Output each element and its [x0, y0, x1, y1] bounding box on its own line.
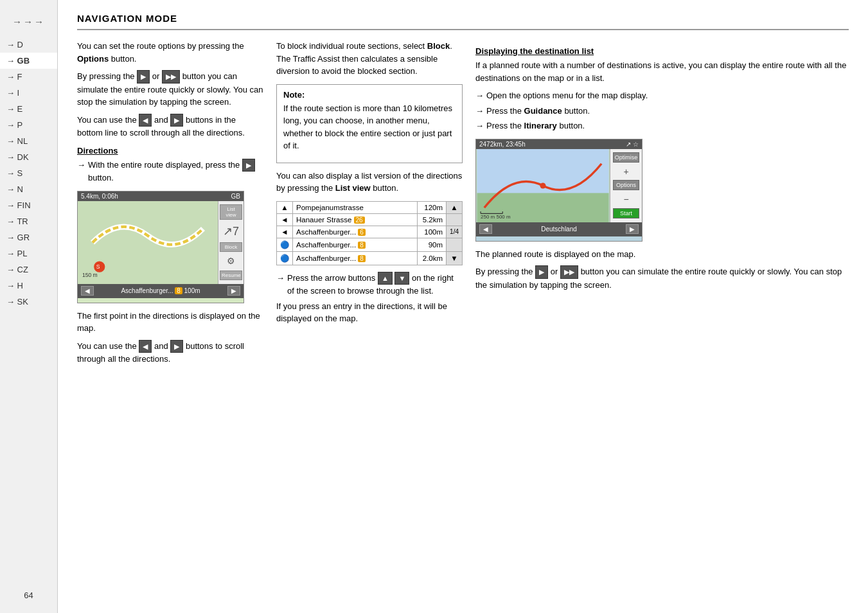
route-table: ▲ Pompejanumstrasse 120m ▲ ◄ Hanauer Str…	[276, 201, 463, 265]
sidebar-item-sk[interactable]: → SK	[0, 294, 57, 310]
para-scroll: You can use the ◀ and ▶ buttons in the b…	[77, 114, 263, 139]
sidebar-item-i[interactable]: → I	[0, 85, 57, 101]
back-btn-1[interactable]: ◀	[139, 114, 152, 127]
map-right-buttons: List view ↗7 Block ⚙ Resume	[218, 201, 244, 284]
route-row-5: 🔵 Aschaffenburger... 8 2.0km ▼	[277, 251, 463, 265]
route-dist-3: 100m	[418, 226, 447, 238]
para-block: To block individual route sections, sele…	[276, 40, 463, 78]
route-icon-4: 🔵	[277, 238, 293, 251]
section-dest-list: Displaying the destination list	[475, 46, 849, 56]
fwd-btn-1[interactable]: ▶	[170, 114, 183, 127]
settings-icon: ⚙	[220, 256, 242, 266]
sidebar-items: → D → GB → F → I → E → P → NL → DK → S →…	[0, 37, 57, 310]
sidebar-item-dk[interactable]: → DK	[0, 149, 57, 165]
sidebar-item-e[interactable]: → E	[0, 101, 57, 117]
sidebar-item-tr[interactable]: → TR	[0, 213, 57, 229]
arrow-open-options: → Open the options menu for the map disp…	[475, 89, 849, 102]
nav-map-info: 2472km, 23:45h	[479, 141, 526, 148]
route-dist-5: 2.0km	[418, 251, 447, 265]
map-topbar: 5.4km, 0:06h GB	[78, 191, 244, 201]
minus-icon: −	[623, 194, 628, 204]
plus-icon: +	[623, 166, 628, 177]
route-dist-4: 90m	[418, 238, 447, 251]
route-street-2[interactable]: Hanauer Strasse 26	[293, 213, 418, 226]
map-country: GB	[231, 193, 240, 200]
badge-26: 26	[354, 217, 365, 224]
main-content: NAVIGATION MODE You can set the route op…	[58, 0, 868, 613]
svg-text:S: S	[96, 263, 100, 270]
forward-fast-btn[interactable]: ▶▶	[162, 70, 180, 84]
map-screenshot: 5.4km, 0:06h GB S 150 m	[77, 191, 244, 303]
play-btn-inline[interactable]: ▶	[242, 159, 255, 172]
route-icon-2: ◄	[277, 213, 293, 226]
scroll-up-btn[interactable]: ▲	[447, 201, 463, 213]
back-map-btn[interactable]: ◀	[81, 286, 94, 296]
fwd-fast-btn-right[interactable]: ▶▶	[560, 265, 578, 279]
sidebar-item-n[interactable]: → N	[0, 181, 57, 197]
options-btn[interactable]: Options	[613, 180, 639, 190]
badge-6: 6	[358, 229, 366, 236]
route-row-4: 🔵 Aschaffenburger... 8 90m	[277, 238, 463, 251]
col-middle: To block individual route sections, sele…	[276, 40, 463, 371]
route-row-3: ◄ Aschaffenburger... 6 100m 1/4	[277, 226, 463, 238]
fwd-btn-2[interactable]: ▶	[170, 340, 183, 353]
resume-btn[interactable]: Resume	[220, 271, 242, 280]
route-street-4[interactable]: Aschaffenburger... 8	[293, 238, 418, 251]
sidebar-item-pl[interactable]: → PL	[0, 245, 57, 262]
list-view-bold: List view	[335, 183, 371, 193]
nav-country-label: Deutschland	[541, 226, 577, 233]
start-btn[interactable]: Start	[613, 208, 639, 218]
route-frac-1	[447, 213, 463, 226]
sidebar-item-fin[interactable]: → FIN	[0, 197, 57, 213]
sidebar-item-s[interactable]: → S	[0, 165, 57, 181]
back-btn-2[interactable]: ◀	[139, 340, 152, 353]
nav-back-btn[interactable]: ◀	[479, 224, 492, 234]
nav-map-body: 250 m 500 m Optimise + Options − Star	[476, 149, 642, 222]
sidebar-item-h[interactable]: → H	[0, 278, 57, 294]
forward-btn[interactable]: ▶	[137, 70, 150, 84]
para-simulate: By pressing the ▶ or ▶▶ button you can s…	[77, 70, 263, 109]
para-scroll2: You can use the ◀ and ▶ buttons to scrol…	[77, 340, 263, 366]
route-street-1[interactable]: Pompejanumstrasse	[293, 201, 418, 213]
block-btn[interactable]: Block	[220, 242, 242, 252]
sidebar-item-gb[interactable]: → GB	[0, 53, 57, 69]
route-street-3[interactable]: Aschaffenburger... 6	[293, 226, 418, 238]
col-left: You can set the route options by pressin…	[77, 40, 263, 371]
route-street-5[interactable]: Aschaffenburger... 8	[293, 251, 418, 265]
direction-icon: ↗7	[220, 224, 242, 238]
street-badge: 8	[175, 287, 182, 294]
down-btn[interactable]: ▼	[394, 272, 409, 285]
scroll-down-btn[interactable]: ▼	[447, 251, 463, 265]
sidebar-item-d[interactable]: → D	[0, 37, 57, 53]
note-title: Note:	[283, 90, 456, 100]
arrow-guidance: → Press the Guidance button.	[475, 105, 849, 118]
nav-map-bottombar: ◀ Deutschland ▶	[476, 222, 642, 236]
fwd-btn-right[interactable]: ▶	[535, 265, 548, 279]
route-row-1: ▲ Pompejanumstrasse 120m ▲	[277, 201, 463, 213]
sidebar-item-gr[interactable]: → GR	[0, 229, 57, 245]
route-frac-2: 1/4	[447, 226, 463, 238]
note-text: If the route section is more than 10 kil…	[283, 102, 456, 152]
route-row-2: ◄ Hanauer Strasse 26 5.2km	[277, 213, 463, 226]
list-view-btn[interactable]: List view	[220, 204, 242, 220]
sidebar-header: →→→	[0, 6, 57, 37]
sidebar-item-f[interactable]: → F	[0, 69, 57, 85]
page-title: NAVIGATION MODE	[77, 13, 177, 24]
nav-map-topbar: 2472km, 23:45h ↗ ☆	[476, 139, 642, 149]
route-frac-3	[447, 238, 463, 251]
sidebar-item-nl[interactable]: → NL	[0, 133, 57, 149]
badge-8a: 8	[358, 242, 366, 249]
para-list-view: You can also display a list version of t…	[276, 170, 463, 195]
sidebar-item-cz[interactable]: → CZ	[0, 262, 57, 278]
sidebar-item-p[interactable]: → P	[0, 117, 57, 133]
guidance-bold: Guidance	[524, 106, 562, 116]
map-body: S 150 m List view ↗7 Block ⚙ Resume	[78, 201, 244, 284]
optimise-btn[interactable]: Optimise	[613, 152, 639, 163]
up-btn[interactable]: ▲	[378, 272, 393, 285]
svg-point-6	[540, 182, 545, 188]
nav-map-area: 250 m 500 m	[476, 149, 610, 222]
nav-fwd-btn[interactable]: ▶	[626, 224, 639, 234]
fwd-map-btn[interactable]: ▶	[227, 286, 240, 296]
sidebar: →→→ → D → GB → F → I → E → P → NL → DK →…	[0, 0, 58, 613]
map-road-area: S 150 m	[78, 201, 218, 284]
